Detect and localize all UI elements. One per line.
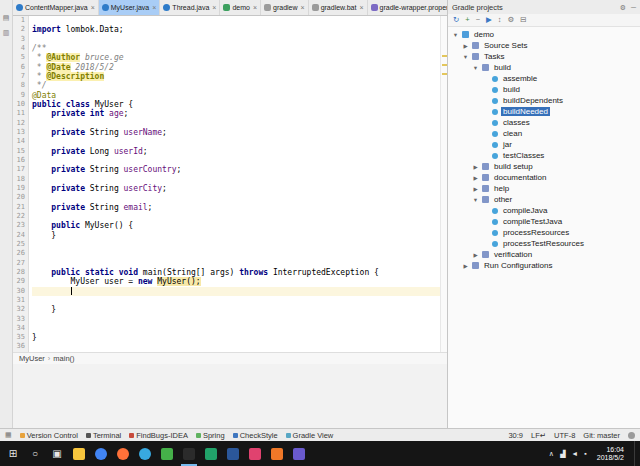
- tree-item-build-setup[interactable]: ▶build setup: [448, 161, 640, 172]
- tool-window-button-checkstyle[interactable]: CheckStyle: [233, 431, 278, 440]
- tree-item-documentation[interactable]: ▶documentation: [448, 172, 640, 183]
- code-line-9[interactable]: @Data: [32, 91, 440, 100]
- network-icon[interactable]: ▟: [560, 450, 565, 458]
- tree-item-classes[interactable]: classes: [448, 117, 640, 128]
- code-line-25[interactable]: [32, 240, 440, 249]
- volume-icon[interactable]: ◄: [571, 450, 578, 458]
- code-line-8[interactable]: */: [32, 81, 440, 90]
- tool-window-button-findbugs-idea[interactable]: FindBugs-IDEA: [129, 431, 188, 440]
- tool-window-button-terminal[interactable]: Terminal: [86, 431, 121, 440]
- warning-mark[interactable]: [442, 73, 447, 75]
- tree-item-compiletestjava[interactable]: compileTestJava: [448, 216, 640, 227]
- tree-item-demo[interactable]: ▼demo: [448, 29, 640, 40]
- code-line-34[interactable]: [32, 324, 440, 333]
- code-line-15[interactable]: private Long userId;: [32, 147, 440, 156]
- tab-close-icon[interactable]: ×: [211, 4, 216, 11]
- tree-item-jar[interactable]: jar: [448, 139, 640, 150]
- code-line-20[interactable]: [32, 193, 440, 202]
- pinned-app-icon-2[interactable]: [112, 441, 134, 466]
- pinned-app-icon-7[interactable]: [244, 441, 266, 466]
- tree-item-build[interactable]: build: [448, 84, 640, 95]
- task-view-button[interactable]: ▣: [46, 441, 68, 466]
- tree-item-builddependents[interactable]: buildDependents: [448, 95, 640, 106]
- tree-item-source-sets[interactable]: ▶Source Sets: [448, 40, 640, 51]
- warning-mark[interactable]: [442, 64, 447, 66]
- breadcrumb-item[interactable]: main(): [53, 354, 74, 363]
- editor-tab-thread-java[interactable]: Thread.java×: [160, 0, 220, 15]
- editor-tab-gradlew-bat[interactable]: gradlew.bat×: [309, 0, 368, 15]
- code-line-4[interactable]: /**: [32, 44, 440, 53]
- code-line-26[interactable]: [32, 249, 440, 258]
- code-line-19[interactable]: private String userCity;: [32, 184, 440, 193]
- tree-item-processtestresources[interactable]: processTestResources: [448, 238, 640, 249]
- collapse-all-icon[interactable]: ⊟: [520, 16, 526, 24]
- code-line-18[interactable]: [32, 175, 440, 184]
- code-line-35[interactable]: }: [32, 333, 440, 342]
- attach-gradle-project-icon[interactable]: +: [465, 16, 469, 24]
- tab-close-icon[interactable]: ×: [358, 4, 363, 11]
- chevron-down-icon[interactable]: ▼: [452, 32, 459, 38]
- tree-item-clean[interactable]: clean: [448, 128, 640, 139]
- encoding[interactable]: UTF-8: [554, 431, 575, 440]
- code-line-22[interactable]: [32, 212, 440, 221]
- code-line-31[interactable]: [32, 296, 440, 305]
- chevron-down-icon[interactable]: ▼: [462, 54, 469, 60]
- code-line-28[interactable]: public static void main(String[] args) t…: [32, 268, 440, 277]
- tab-close-icon[interactable]: ×: [252, 4, 257, 11]
- panel-settings-icon[interactable]: ⚙: [620, 4, 626, 11]
- refresh-icon[interactable]: ↻: [453, 16, 459, 24]
- tool-window-button-spring[interactable]: Spring: [196, 431, 225, 440]
- code-line-13[interactable]: private String userName;: [32, 128, 440, 137]
- pinned-app-icon-1[interactable]: [90, 441, 112, 466]
- vcs-branch[interactable]: Git: master: [583, 431, 620, 440]
- code-editor[interactable]: 1234567891011121314151617181920212223242…: [13, 16, 447, 352]
- pinned-app-icon-9[interactable]: [288, 441, 310, 466]
- search-button[interactable]: ○: [24, 441, 46, 466]
- toggle-offline-icon[interactable]: ↕: [498, 16, 502, 24]
- input-indicator-icon[interactable]: ▪: [584, 450, 586, 458]
- tree-item-verification[interactable]: ▶verification: [448, 249, 640, 260]
- code-line-30[interactable]: [32, 287, 440, 296]
- code-line-6[interactable]: * @Date 2018/5/2: [32, 63, 440, 72]
- gradle-settings-icon[interactable]: ⚙: [508, 16, 515, 24]
- chevron-down-icon[interactable]: ▼: [472, 197, 479, 203]
- chevron-right-icon[interactable]: ▶: [472, 252, 479, 258]
- tool-window-toggle-icon[interactable]: ▦: [5, 431, 12, 439]
- code-line-16[interactable]: [32, 156, 440, 165]
- caret-position[interactable]: 30:9: [508, 431, 523, 440]
- tree-item-other[interactable]: ▼other: [448, 194, 640, 205]
- code-line-23[interactable]: public MyUser() {: [32, 221, 440, 230]
- code-line-33[interactable]: [32, 315, 440, 324]
- code-line-14[interactable]: [32, 137, 440, 146]
- pinned-app-icon-5[interactable]: [200, 441, 222, 466]
- hide-panel-icon[interactable]: ─: [631, 4, 636, 11]
- tree-item-buildneeded[interactable]: buildNeeded: [448, 106, 640, 117]
- code-line-7[interactable]: * @Description: [32, 72, 440, 81]
- run-gradle-task-icon[interactable]: ▶: [486, 16, 492, 24]
- code-line-5[interactable]: * @Author bruce.ge: [32, 53, 440, 62]
- chevron-right-icon[interactable]: ▶: [462, 43, 469, 49]
- tree-item-assemble[interactable]: assemble: [448, 73, 640, 84]
- structure-tool-button[interactable]: ▥: [3, 29, 10, 37]
- code-line-32[interactable]: }: [32, 305, 440, 314]
- editor-code-area[interactable]: import lombok.Data;/** * @Author bruce.g…: [29, 16, 440, 352]
- code-line-24[interactable]: }: [32, 231, 440, 240]
- warning-mark[interactable]: [442, 55, 447, 57]
- tree-item-tasks[interactable]: ▼Tasks: [448, 51, 640, 62]
- code-line-17[interactable]: private String userCountry;: [32, 165, 440, 174]
- pinned-app-icon-3[interactable]: [134, 441, 156, 466]
- code-line-3[interactable]: [32, 35, 440, 44]
- code-line-29[interactable]: MyUser user = new MyUser();: [32, 277, 440, 286]
- editor-tab-myuser-java[interactable]: MyUser.java×: [99, 0, 161, 15]
- code-line-21[interactable]: private String email;: [32, 203, 440, 212]
- tree-item-build[interactable]: ▼build: [448, 62, 640, 73]
- pinned-app-icon-8[interactable]: [266, 441, 288, 466]
- tool-window-button-gradle-view[interactable]: Gradle View: [286, 431, 334, 440]
- taskbar-clock[interactable]: 16:04 2018/5/2: [593, 446, 628, 462]
- tab-close-icon[interactable]: ×: [90, 4, 95, 11]
- show-desktop-button[interactable]: [634, 441, 638, 466]
- code-line-36[interactable]: [32, 342, 440, 351]
- tree-item-compilejava[interactable]: compileJava: [448, 205, 640, 216]
- tab-close-icon[interactable]: ×: [151, 4, 156, 11]
- detach-gradle-project-icon[interactable]: −: [476, 16, 480, 24]
